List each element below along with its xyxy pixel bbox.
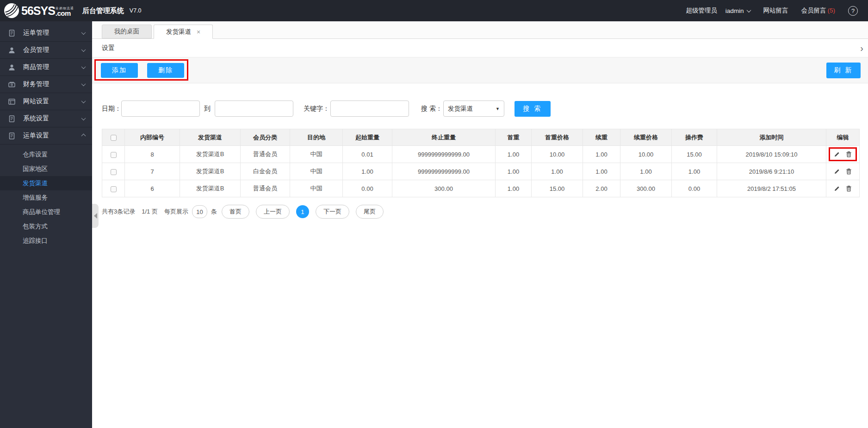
date-to-input[interactable] xyxy=(215,101,293,117)
table-row: 6发货渠道B普通会员中国0.00300.001.0015.002.00300.0… xyxy=(102,180,860,197)
finance-icon xyxy=(8,81,16,88)
header-checkbox[interactable] xyxy=(111,135,117,141)
row-checkbox[interactable] xyxy=(111,186,117,192)
panel-collapse-icon[interactable]: › xyxy=(858,44,865,53)
sidebar-item-会员管理[interactable]: 会员管理 xyxy=(0,42,92,59)
brand-name: 56SYS xyxy=(21,4,55,18)
first-page-button[interactable]: 首页 xyxy=(222,205,249,219)
tab-我的桌面[interactable]: 我的桌面 xyxy=(102,25,152,38)
row-edit-cell xyxy=(826,180,860,197)
current-page-badge[interactable]: 1 xyxy=(296,205,309,218)
table-cell: 8 xyxy=(125,146,180,163)
column-header-内部编号: 内部编号 xyxy=(125,129,180,146)
prev-page-button[interactable]: 上一页 xyxy=(256,205,290,219)
table-cell: 0.01 xyxy=(343,146,392,163)
keyword-input[interactable] xyxy=(330,101,409,117)
table-cell: 10.00 xyxy=(532,146,583,163)
table-cell: 中国 xyxy=(290,163,343,180)
sidebar-subitem-国家地区[interactable]: 国家地区 xyxy=(0,162,92,176)
row-checkbox[interactable] xyxy=(111,169,117,175)
search-type-selected-value: 发货渠道 xyxy=(448,105,473,113)
table-cell: 1.00 xyxy=(620,163,672,180)
sidebar-subitem-仓库设置[interactable]: 仓库设置 xyxy=(0,147,92,162)
sidebar-subitem-发货渠道[interactable]: 发货渠道 xyxy=(0,176,92,190)
row-checkbox-cell xyxy=(102,146,125,163)
tab-close-icon[interactable]: × xyxy=(197,29,200,35)
trash-icon[interactable] xyxy=(846,185,852,192)
keyword-label: 关键字： xyxy=(304,105,329,113)
date-from-input[interactable] xyxy=(121,101,200,117)
table-cell: 2019/8/2 17:51:05 xyxy=(717,180,826,197)
logo: 56SYS 全易物流通 .com xyxy=(0,3,74,19)
last-page-button[interactable]: 尾页 xyxy=(356,205,384,219)
user-box: 超级管理员 iadmin xyxy=(686,6,750,15)
table-cell: 1.00 xyxy=(583,146,620,163)
sidebar-item-label: 系统设置 xyxy=(23,114,49,123)
page-info-text: 1/1 页 xyxy=(142,208,158,216)
edit-icon[interactable] xyxy=(834,185,840,192)
user-menu[interactable]: iadmin xyxy=(725,7,750,14)
sidebar-item-label: 运单设置 xyxy=(23,132,49,140)
search-button[interactable]: 搜 索 xyxy=(515,101,551,117)
edit-icon[interactable] xyxy=(834,168,840,175)
table-cell: 发货渠道B xyxy=(180,180,241,197)
sidebar-item-财务管理[interactable]: 财务管理 xyxy=(0,76,92,93)
table-cell: 0.00 xyxy=(343,180,392,197)
row-edit-actions xyxy=(830,183,856,195)
table-cell: 1.00 xyxy=(343,163,392,180)
edit-icon[interactable] xyxy=(834,151,840,157)
user-icon xyxy=(8,46,16,54)
sidebar-subitem-追踪接口[interactable]: 追踪接口 xyxy=(0,233,92,248)
column-header-终止重量: 终止重量 xyxy=(392,129,496,146)
sidebar-subitem-商品单位管理[interactable]: 商品单位管理 xyxy=(0,205,92,219)
sidebar-collapse-handle[interactable] xyxy=(92,204,99,228)
column-header-发货渠道: 发货渠道 xyxy=(180,129,241,146)
help-icon[interactable]: ? xyxy=(848,6,858,16)
tab-label: 我的桌面 xyxy=(114,25,139,38)
chevron-down-icon xyxy=(81,47,86,52)
table-cell: 发货渠道B xyxy=(180,163,241,180)
sidebar: 运单管理会员管理商品管理财务管理网站设置系统设置运单设置仓库设置国家地区发货渠道… xyxy=(0,21,92,428)
column-header-编辑: 编辑 xyxy=(826,129,860,146)
sidebar-item-商品管理[interactable]: 商品管理 xyxy=(0,59,92,76)
column-header-会员分类: 会员分类 xyxy=(241,129,290,146)
sidebar-subitem-增值服务[interactable]: 增值服务 xyxy=(0,190,92,205)
table-cell: 中国 xyxy=(290,146,343,163)
select-caret-icon: ▼ xyxy=(496,107,500,111)
row-checkbox-cell xyxy=(102,180,125,197)
sidebar-item-运单管理[interactable]: 运单管理 xyxy=(0,25,92,42)
trash-icon[interactable] xyxy=(846,168,852,175)
member-messages-link[interactable]: 会员留言(5) xyxy=(801,6,836,15)
chevron-down-icon xyxy=(746,8,751,13)
per-page-input[interactable]: 10 xyxy=(192,205,207,218)
next-page-button[interactable]: 下一页 xyxy=(316,205,349,219)
column-header-续重: 续重 xyxy=(583,129,620,146)
filter-row: 日期： 到 关键字： 搜 索： 发货渠道 ▼ 搜 索 xyxy=(92,101,868,117)
search-type-select[interactable]: 发货渠道 ▼ xyxy=(443,101,504,117)
trash-icon[interactable] xyxy=(846,151,852,157)
row-checkbox[interactable] xyxy=(111,152,117,158)
table-row: 8发货渠道B普通会员中国0.019999999999999.001.0010.0… xyxy=(102,146,860,163)
add-button[interactable]: 添加 xyxy=(101,63,138,78)
sidebar-subitem-包装方式[interactable]: 包装方式 xyxy=(0,219,92,233)
table-cell: 2.00 xyxy=(583,180,620,197)
delete-button[interactable]: 删除 xyxy=(147,63,184,78)
panel-title-row: 设置 › xyxy=(92,39,868,57)
site-messages-link[interactable]: 网站留言 xyxy=(763,6,788,15)
member-messages-count: (5) xyxy=(828,7,836,14)
sidebar-submenu: 仓库设置国家地区发货渠道增值服务商品单位管理包装方式追踪接口 xyxy=(0,145,92,250)
sidebar-item-网站设置[interactable]: 网站设置 xyxy=(0,93,92,110)
sidebar-item-运单设置[interactable]: 运单设置 xyxy=(0,127,92,145)
column-header-操作费: 操作费 xyxy=(672,129,717,146)
document-icon xyxy=(8,132,16,140)
sidebar-item-label: 网站设置 xyxy=(23,97,49,106)
pagination: 共有3条记录 1/1 页 每页展示 10 条 首页 上一页 1 下一页 尾页 xyxy=(102,205,868,219)
tab-发货渠道[interactable]: 发货渠道× xyxy=(154,25,213,39)
username: iadmin xyxy=(725,7,744,14)
column-header-目的地: 目的地 xyxy=(290,129,343,146)
table-cell: 300.00 xyxy=(392,180,496,197)
sidebar-item-系统设置[interactable]: 系统设置 xyxy=(0,110,92,127)
table-cell: 1.00 xyxy=(496,163,532,180)
user-icon xyxy=(8,63,16,71)
refresh-button[interactable]: 刷 新 xyxy=(826,63,861,78)
